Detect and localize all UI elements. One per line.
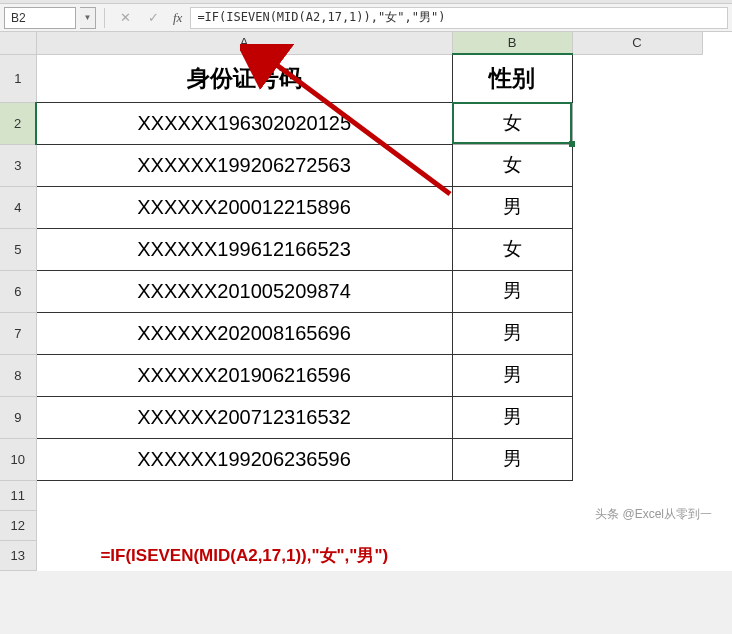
empty-cell[interactable] [36, 480, 452, 510]
col-header-A[interactable]: A [36, 32, 452, 54]
empty-cell[interactable] [572, 396, 702, 438]
data-cell-id[interactable]: XXXXXX200012215896 [36, 186, 452, 228]
formula-input[interactable]: =IF(ISEVEN(MID(A2,17,1)),"女","男") [190, 7, 728, 29]
row-header[interactable]: 3 [0, 144, 36, 186]
formula-bar: B2 ▼ ✕ ✓ fx =IF(ISEVEN(MID(A2,17,1)),"女"… [0, 4, 732, 32]
row-header[interactable]: 10 [0, 438, 36, 480]
row-header[interactable]: 5 [0, 228, 36, 270]
row-header[interactable]: 11 [0, 480, 36, 510]
row-header[interactable]: 9 [0, 396, 36, 438]
col-header-B[interactable]: B [452, 32, 572, 54]
data-cell-gender[interactable]: 男 [452, 396, 572, 438]
name-box[interactable]: B2 [4, 7, 76, 29]
row-header[interactable]: 2 [0, 102, 36, 144]
name-box-dropdown[interactable]: ▼ [80, 7, 96, 29]
empty-cell[interactable] [452, 480, 572, 510]
grid-table[interactable]: A B C 1 身份证号码 性别 2 XXXXXX196302020125 女 … [0, 32, 703, 571]
col-header-C[interactable]: C [572, 32, 702, 54]
row-header[interactable]: 13 [0, 540, 36, 570]
empty-cell[interactable] [572, 186, 702, 228]
empty-cell[interactable] [452, 540, 572, 570]
empty-cell[interactable] [572, 312, 702, 354]
data-cell-id[interactable]: XXXXXX196302020125 [36, 102, 452, 144]
row-header[interactable]: 8 [0, 354, 36, 396]
empty-cell[interactable] [572, 354, 702, 396]
header-cell-id[interactable]: 身份证号码 [36, 54, 452, 102]
data-cell-gender[interactable]: 男 [452, 186, 572, 228]
formula-annotation[interactable]: =IF(ISEVEN(MID(A2,17,1)),"女","男") [36, 540, 452, 570]
empty-cell[interactable] [572, 228, 702, 270]
header-cell-gender[interactable]: 性别 [452, 54, 572, 102]
enter-icon[interactable]: ✓ [141, 7, 165, 29]
data-cell-gender[interactable]: 男 [452, 312, 572, 354]
data-cell-gender[interactable]: 男 [452, 270, 572, 312]
empty-cell[interactable] [572, 540, 702, 570]
select-all-corner[interactable] [0, 32, 36, 54]
data-cell-gender[interactable]: 女 [452, 228, 572, 270]
active-cell[interactable]: 女 [452, 102, 572, 144]
empty-cell[interactable] [572, 102, 702, 144]
row-header[interactable]: 6 [0, 270, 36, 312]
row-header[interactable]: 4 [0, 186, 36, 228]
data-cell-id[interactable]: XXXXXX199206272563 [36, 144, 452, 186]
data-cell-gender[interactable]: 男 [452, 354, 572, 396]
data-cell-gender[interactable]: 女 [452, 144, 572, 186]
row-header[interactable]: 1 [0, 54, 36, 102]
empty-cell[interactable] [572, 270, 702, 312]
data-cell-id[interactable]: XXXXXX200712316532 [36, 396, 452, 438]
empty-cell[interactable] [572, 54, 702, 102]
empty-cell[interactable] [572, 144, 702, 186]
data-cell-gender[interactable]: 男 [452, 438, 572, 480]
data-cell-id[interactable]: XXXXXX201005209874 [36, 270, 452, 312]
empty-cell[interactable] [572, 438, 702, 480]
spreadsheet-grid: A B C 1 身份证号码 性别 2 XXXXXX196302020125 女 … [0, 32, 732, 571]
data-cell-id[interactable]: XXXXXX199612166523 [36, 228, 452, 270]
row-header[interactable]: 12 [0, 510, 36, 540]
fx-icon[interactable]: fx [169, 10, 186, 26]
divider [104, 8, 105, 28]
data-cell-id[interactable]: XXXXXX202008165696 [36, 312, 452, 354]
watermark-text: 头条 @Excel从零到一 [595, 506, 712, 523]
row-header[interactable]: 7 [0, 312, 36, 354]
data-cell-id[interactable]: XXXXXX199206236596 [36, 438, 452, 480]
empty-cell[interactable] [452, 510, 572, 540]
cancel-icon[interactable]: ✕ [113, 7, 137, 29]
fill-handle[interactable] [569, 141, 575, 147]
cell-value: 女 [503, 112, 522, 133]
empty-cell[interactable] [36, 510, 452, 540]
data-cell-id[interactable]: XXXXXX201906216596 [36, 354, 452, 396]
